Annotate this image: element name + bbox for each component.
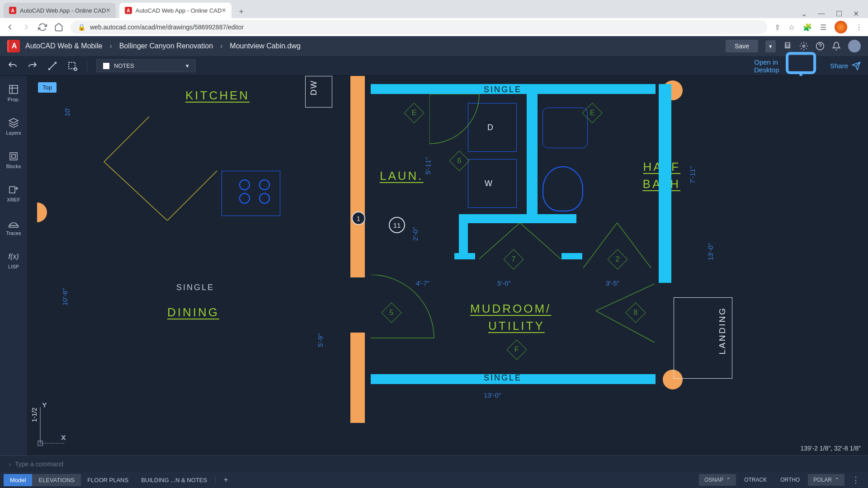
svg-rect-8 [12, 155, 15, 158]
sidebar-item-traces[interactable]: Traces [0, 215, 27, 239]
new-tab-button[interactable]: + [235, 5, 248, 18]
ortho-toggle[interactable]: ORTHO [775, 474, 805, 486]
room-label-dining: DINING [167, 305, 219, 319]
dimension-text: 10' [63, 108, 71, 117]
svg-rect-3 [69, 62, 75, 69]
autocad-favicon-icon: A [125, 7, 132, 14]
chevron-right-icon: › [220, 42, 222, 50]
properties-icon [8, 84, 19, 95]
close-icon[interactable]: × [106, 6, 110, 14]
kebab-icon[interactable]: ⋮ [855, 23, 863, 32]
autocad-logo-icon[interactable]: A [7, 40, 20, 52]
status-label: OSNAP [704, 477, 723, 483]
bookmark-icon[interactable]: ☆ [788, 23, 795, 32]
layout-tab-elevations[interactable]: ELEVATIONS [32, 474, 81, 486]
door-swing [371, 275, 439, 343]
fixture-sink [542, 108, 588, 148]
dimension-text: 5'-0" [497, 279, 511, 287]
profile-avatar[interactable] [835, 21, 847, 33]
sidebar-item-lisp[interactable]: f(x) LISP [0, 249, 27, 272]
sidebar-item-layers[interactable]: Layers [0, 115, 27, 138]
command-placeholder: Type a command [15, 460, 63, 468]
bottom-bar: Model ELEVATIONS FLOOR PLANS BUILDING ..… [0, 472, 868, 488]
svg-rect-6 [9, 85, 18, 94]
url-text: web.autocad.com/acad/me/drawings/5869928… [90, 23, 244, 31]
wall-segment [459, 214, 576, 223]
open-desktop-label: Open in Desktop [754, 58, 781, 74]
command-line[interactable]: › Type a command [0, 455, 868, 472]
maximize-icon[interactable]: ☐ [836, 9, 842, 18]
door-swing [596, 284, 659, 347]
close-icon[interactable]: × [222, 6, 226, 14]
dw-label: DW [306, 76, 322, 99]
room-label-mudroom1: MUDROOM/ [470, 302, 551, 316]
svg-rect-10 [9, 225, 18, 227]
back-button[interactable] [5, 23, 14, 32]
browser-tab-active[interactable]: A AutoCAD Web App - Online CAD × [119, 3, 231, 18]
layout-tab-model[interactable]: Model [4, 474, 32, 486]
wall-segment [527, 89, 538, 223]
chevron-right-icon: › [9, 460, 11, 468]
layout-tab-building[interactable]: BUILDING ...N & NOTES [135, 474, 213, 486]
minimize-icon[interactable]: — [818, 9, 825, 18]
redo-icon[interactable] [27, 61, 38, 71]
status-label: POLAR [813, 477, 832, 483]
chevron-down-icon[interactable]: ⌄ [801, 9, 807, 18]
appliance-washer [468, 159, 517, 208]
drawing-canvas[interactable]: Top KITCHEN LAUN. HALF BATH MUDROOM/ UTI… [27, 76, 868, 455]
selection-icon[interactable] [67, 61, 78, 71]
coordinate-readout: 139'-2 1/8", 32'-8 1/8" [800, 445, 861, 452]
url-input[interactable]: 🔒 web.autocad.com/acad/me/drawings/58699… [71, 20, 767, 34]
close-window-icon[interactable]: ✕ [853, 9, 859, 18]
otrack-toggle[interactable]: OTRACK [739, 474, 772, 486]
drawing-content: KITCHEN LAUN. HALF BATH MUDROOM/ UTILITY… [27, 76, 868, 455]
chevron-down-icon: ▾ [186, 62, 189, 69]
undo-icon[interactable] [7, 61, 18, 71]
forward-button[interactable] [22, 23, 31, 32]
save-button[interactable]: Save [726, 40, 758, 52]
wall-segment [454, 253, 475, 259]
share-page-icon[interactable]: ⇪ [774, 23, 780, 32]
layout-tab-floorplans[interactable]: FLOOR PLANS [81, 474, 135, 486]
ucs-icon: Y X 1-1/2 [33, 394, 70, 449]
chevron-up-icon: ⌃ [835, 477, 839, 483]
share-button[interactable]: Share [830, 61, 861, 70]
appliance-dw: DW [305, 76, 332, 108]
dimension-text: 7'-11" [689, 166, 696, 183]
status-kebab-icon[interactable]: ⋮ [847, 475, 864, 485]
keynote-marker: 6 [452, 154, 467, 168]
brand-name[interactable]: AutoCAD Web & Mobile [25, 42, 102, 50]
reload-button[interactable] [38, 23, 47, 32]
sidebar-item-blocks[interactable]: Blocks [0, 148, 27, 172]
polar-toggle[interactable]: POLAR ⌃ [808, 474, 844, 486]
share-label: Share [830, 62, 848, 70]
single-label-3: SINGLE [484, 373, 522, 383]
osnap-toggle[interactable]: OSNAP ⌃ [699, 474, 736, 486]
landing-box: LANDING [674, 297, 732, 379]
extensions-icon[interactable]: 🧩 [803, 23, 812, 32]
blocks-icon [8, 151, 19, 162]
send-icon [852, 61, 861, 70]
appliance-stove [222, 171, 280, 216]
add-layout-button[interactable]: + [217, 476, 234, 484]
app-header: A AutoCAD Web & Mobile › Bollinger Canyo… [0, 36, 868, 56]
keynote-marker: E [407, 106, 421, 120]
sidebar-item-label: LISP [8, 264, 19, 269]
svg-point-1 [803, 45, 805, 47]
reading-list-icon[interactable]: ☰ [820, 23, 826, 32]
home-button[interactable] [54, 23, 63, 32]
dimension-text: 5'-11" [424, 157, 432, 174]
sidebar-item-properties[interactable]: Prop. [0, 81, 27, 105]
sidebar-item-xref[interactable]: XREF [0, 182, 27, 205]
sidebar-item-label: Prop. [8, 97, 19, 102]
single-label-2: SINGLE [484, 85, 522, 94]
browser-tab-strip: A AutoCAD Web App - Online CAD × A AutoC… [0, 0, 868, 18]
layer-dropdown[interactable]: NOTES ▾ [96, 59, 196, 72]
svg-point-4 [74, 68, 77, 70]
breadcrumb-project[interactable]: Bollinger Canyon Renovation [119, 42, 213, 50]
measure-icon[interactable] [47, 61, 58, 71]
lock-icon: 🔒 [78, 23, 85, 31]
browser-tab[interactable]: A AutoCAD Web App - Online CAD × [4, 3, 116, 18]
tab-title: AutoCAD Web App - Online CAD [136, 7, 222, 14]
xref-icon [8, 184, 19, 195]
